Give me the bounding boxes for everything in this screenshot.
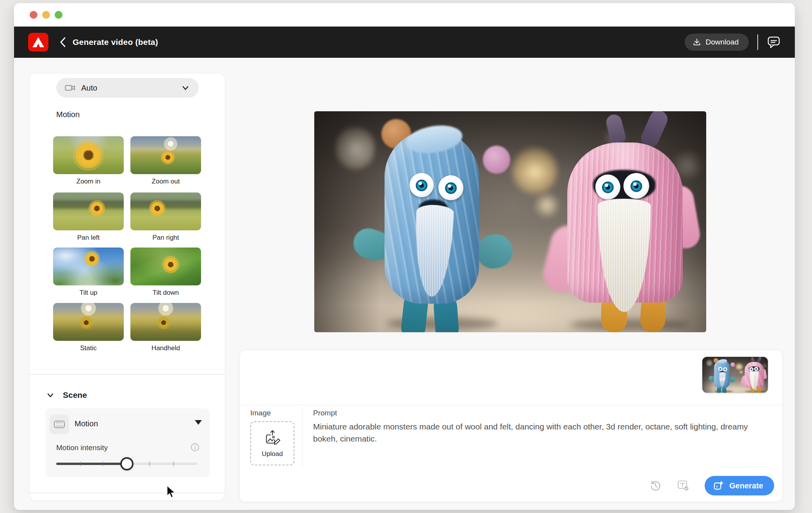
motion-intensity-slider[interactable] [56, 457, 197, 471]
page-title: Generate video (beta) [73, 37, 158, 47]
motion-dropdown-label: Motion [75, 419, 98, 428]
monster-iris [719, 368, 721, 370]
monster-eye [754, 367, 759, 371]
blue-monster [714, 360, 730, 393]
monster-horn [605, 113, 627, 144]
motion-option-label: Static [53, 344, 124, 352]
zoom-in-thumbnail [53, 136, 124, 174]
motion-intensity-label: Motion intensity [56, 444, 108, 452]
monster-eye [623, 173, 649, 199]
back-chevron-icon [59, 37, 66, 48]
motion-option-pan-right[interactable]: Pan right [130, 192, 201, 242]
history-icon [649, 479, 662, 492]
composer-divider [240, 405, 782, 405]
pink-pom-ear [483, 146, 510, 174]
motion-option-zoom-in[interactable]: Zoom in [53, 136, 124, 185]
download-icon [693, 38, 701, 46]
close-window-button[interactable] [30, 11, 37, 19]
reference-image-thumbnail[interactable] [702, 357, 768, 393]
content-area: Auto Motion Zoom in Zoom out Pan left [14, 58, 795, 510]
pink-monster [564, 112, 686, 332]
blue-monster [385, 130, 479, 332]
header-divider [757, 34, 758, 50]
motion-option-label: Zoom in [53, 178, 124, 185]
zoom-window-button[interactable] [55, 11, 62, 19]
motion-settings-card: Motion Motion intensity [46, 408, 210, 477]
motion-option-label: Pan left [53, 234, 124, 242]
zoom-out-thumbnail [130, 136, 201, 174]
motion-option-zoom-out[interactable]: Zoom out [130, 136, 201, 185]
feedback-bubble-icon [767, 36, 781, 49]
motion-option-label: Zoom out [130, 178, 201, 185]
monster-eye [723, 367, 727, 371]
monster-horn [751, 357, 754, 362]
motion-option-handheld[interactable]: Handheld [130, 303, 201, 352]
sidebar-divider [29, 493, 225, 493]
screenshot-stage: Generate video (beta) Download Auto [0, 0, 812, 513]
tilt-up-thumbnail [53, 248, 124, 285]
settings-sidebar: Auto Motion Zoom in Zoom out Pan left [29, 73, 225, 501]
prompt-composer-card: Image Upload Prompt Miniature adorable m… [239, 350, 783, 502]
adobe-a-mark [32, 37, 44, 47]
motion-option-label: Tilt down [130, 289, 201, 297]
history-button[interactable] [649, 479, 662, 492]
pan-right-thumbnail [130, 192, 201, 230]
monster-iris [602, 182, 614, 193]
image-column-label: Image [250, 409, 271, 417]
monster-eye [410, 173, 434, 197]
prompt-text-input[interactable]: Miniature adorable monsters made out of … [313, 420, 762, 445]
monster-eye [718, 367, 722, 371]
slider-tick [103, 461, 103, 466]
motion-option-tilt-up[interactable]: Tilt up [53, 248, 124, 297]
download-button[interactable]: Download [685, 34, 749, 51]
tilt-down-thumbnail [130, 248, 201, 285]
window-titlebar [14, 3, 795, 27]
monster-iris [755, 368, 757, 370]
motion-option-label: Handheld [130, 344, 201, 352]
feedback-button[interactable] [767, 36, 781, 49]
film-frames-icon [53, 420, 65, 429]
info-icon[interactable] [191, 443, 199, 453]
motion-option-static[interactable]: Static [53, 303, 124, 352]
monster-eye [749, 367, 753, 371]
generate-sparkle-icon [713, 480, 724, 491]
camera-preset-dropdown[interactable]: Auto [56, 78, 199, 98]
text-check-icon [677, 479, 690, 492]
back-button[interactable] [59, 37, 66, 48]
monsters-scene [702, 357, 768, 393]
monster-iris [445, 182, 457, 194]
composer-actions: Generate [649, 476, 774, 495]
monster-iris [416, 180, 427, 191]
handheld-thumbnail [130, 303, 201, 341]
text-settings-button[interactable] [677, 479, 690, 492]
upload-image-button[interactable]: Upload [250, 421, 294, 465]
generate-button[interactable]: Generate [705, 476, 774, 495]
pan-left-thumbnail [53, 192, 124, 230]
static-thumbnail [53, 303, 124, 341]
slider-handle[interactable] [120, 457, 134, 470]
app-window: Generate video (beta) Download Auto [14, 3, 795, 510]
monsters-scene [314, 111, 706, 332]
slider-tick [80, 461, 81, 466]
motion-option-label: Tilt up [53, 289, 124, 297]
header-actions: Download [685, 34, 781, 51]
motion-option-pan-left[interactable]: Pan left [53, 192, 124, 242]
chevron-collapse-icon [46, 390, 55, 400]
motion-option-tilt-down[interactable]: Tilt down [130, 248, 201, 297]
slider-tick [173, 461, 174, 466]
app-header: Generate video (beta) Download [14, 27, 795, 58]
slider-fill [56, 463, 127, 465]
generated-video-preview [314, 111, 706, 332]
minimize-window-button[interactable] [42, 11, 50, 19]
monster-eye [595, 175, 620, 200]
camera-preset-value: Auto [81, 84, 97, 93]
sidebar-divider [29, 374, 225, 375]
scene-section-toggle[interactable]: Scene [46, 390, 87, 400]
upload-label: Upload [262, 450, 283, 458]
video-camera-icon [65, 84, 76, 92]
composer-column-divider [302, 407, 303, 467]
prompt-column-label: Prompt [313, 409, 337, 417]
monster-iris [750, 368, 752, 370]
pink-monster [744, 357, 764, 393]
dropdown-caret-icon[interactable] [195, 420, 202, 425]
